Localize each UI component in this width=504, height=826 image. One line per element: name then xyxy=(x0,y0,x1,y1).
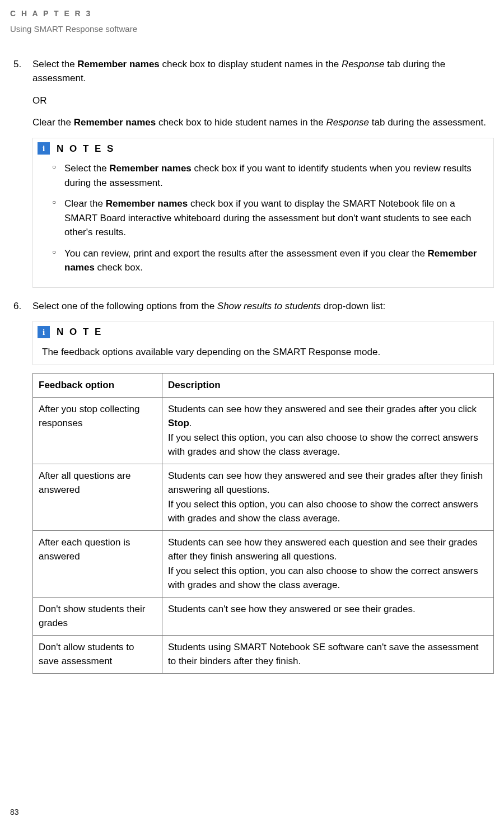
feedback-option: After all questions are answered xyxy=(33,464,162,530)
response-tab-ital: Response xyxy=(342,59,385,69)
notes-item: You can review, print and export the res… xyxy=(52,246,484,275)
note-callout: i N O T E The feedback options available… xyxy=(32,321,494,365)
notes-item: Clear the Remember names check box if yo… xyxy=(52,197,484,240)
text: Clear the xyxy=(64,198,106,209)
remember-names-bold: Remember names xyxy=(77,59,159,69)
info-icon: i xyxy=(38,142,50,155)
text: If you select this option, you can also … xyxy=(168,431,488,459)
feedback-option: Don't show students their grades xyxy=(33,597,162,635)
remember-names-bold: Remember names xyxy=(109,163,191,174)
stop-bold: Stop xyxy=(168,418,189,428)
text: Students can see how they answered and s… xyxy=(168,404,477,414)
step-5-text-a: Select the Remember names check box to d… xyxy=(32,57,494,86)
text: Students can see how they answered each … xyxy=(168,535,488,564)
text: check box. xyxy=(95,262,143,273)
text: Select one of the following options from… xyxy=(32,301,217,311)
notes-callout: i N O T E S Select the Remember names ch… xyxy=(32,138,494,288)
feedback-option: Don't allow students to save assessment xyxy=(33,635,162,673)
notes-title: N O T E S xyxy=(57,142,115,156)
text: If you select this option, you can also … xyxy=(168,497,488,526)
table-header-description: Description xyxy=(162,374,494,398)
text: . xyxy=(189,418,192,428)
feedback-description: Students can see how they answered each … xyxy=(162,530,494,597)
show-results-ital: Show results to students xyxy=(217,301,321,311)
feedback-description: Students can see how they answered and s… xyxy=(162,464,494,530)
text: Students can't see how they answered or … xyxy=(168,602,488,617)
text: You can review, print and export the res… xyxy=(64,248,428,259)
remember-names-bold: Remember names xyxy=(106,198,188,209)
table-row: After all questions are answered Student… xyxy=(33,464,494,530)
text: tab during the assessment. xyxy=(369,117,486,128)
step-6: 6. Select one of the following options f… xyxy=(13,299,494,674)
step-6-number: 6. xyxy=(13,299,29,314)
note-title: N O T E xyxy=(57,325,102,339)
text: check box to display student names in th… xyxy=(160,59,342,69)
text: drop-down list: xyxy=(321,301,385,311)
text: Select the xyxy=(32,59,77,69)
chapter-label: C H A P T E R 3 xyxy=(10,8,494,20)
info-icon: i xyxy=(38,326,50,338)
remember-names-bold: Remember names xyxy=(74,117,156,128)
table-header-option: Feedback option xyxy=(33,374,162,398)
table-row: After you stop collecting responses Stud… xyxy=(33,397,494,464)
feedback-description: Students can't see how they answered or … xyxy=(162,597,494,635)
table-row: Don't allow students to save assessment … xyxy=(33,635,494,673)
feedback-description: Students can see how they answered and s… xyxy=(162,397,494,464)
step-6-text: Select one of the following options from… xyxy=(32,299,494,314)
step-5: 5. Select the Remember names check box t… xyxy=(13,57,494,288)
text: Clear the xyxy=(32,117,74,128)
text: check box to hide student names in the xyxy=(156,117,326,128)
step-5-text-b: Clear the Remember names check box to hi… xyxy=(32,115,494,130)
text: Students using SMART Notebook SE softwar… xyxy=(168,640,488,669)
text: Students can see how they answered and s… xyxy=(168,469,488,497)
step-5-number: 5. xyxy=(13,57,29,72)
table-row: Don't show students their grades Student… xyxy=(33,597,494,635)
feedback-description: Students using SMART Notebook SE softwar… xyxy=(162,635,494,673)
feedback-table: Feedback option Description After you st… xyxy=(32,373,494,674)
table-row: After each question is answered Students… xyxy=(33,530,494,597)
or-separator: OR xyxy=(32,94,494,108)
feedback-option: After each question is answered xyxy=(33,530,162,597)
feedback-option: After you stop collecting responses xyxy=(33,397,162,464)
page-number: 83 xyxy=(10,806,19,818)
chapter-subtitle: Using SMART Response software xyxy=(10,23,494,36)
notes-item: Select the Remember names check box if y… xyxy=(52,161,484,190)
response-tab-ital: Response xyxy=(326,117,369,128)
text: If you select this option, you can also … xyxy=(168,564,488,592)
text: Select the xyxy=(64,163,109,174)
note-body: The feedback options available vary depe… xyxy=(42,345,484,360)
